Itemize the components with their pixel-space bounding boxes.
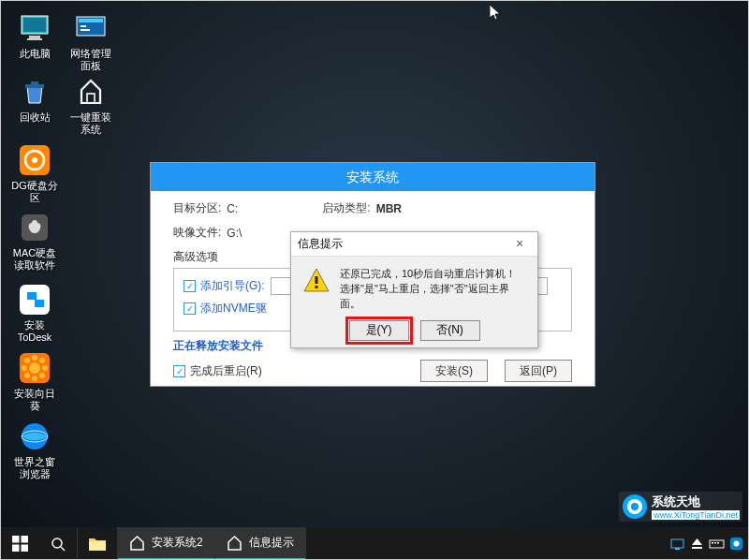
svg-point-36 bbox=[52, 538, 62, 548]
desktop-icon-sunflower[interactable]: 安装向日葵 bbox=[9, 351, 60, 412]
watermark: 系统天地 www.XiTongTianDi.net bbox=[619, 492, 742, 522]
taskbar-app-label: 安装系统2 bbox=[152, 535, 203, 551]
svg-rect-42 bbox=[710, 540, 724, 548]
svg-point-47 bbox=[734, 541, 740, 547]
svg-rect-38 bbox=[89, 541, 106, 551]
svg-rect-44 bbox=[714, 542, 716, 544]
image-file-label: 映像文件: bbox=[173, 225, 221, 241]
icon-label: 回收站 bbox=[9, 111, 60, 124]
svg-rect-43 bbox=[712, 542, 713, 544]
svg-rect-2 bbox=[29, 36, 40, 38]
svg-rect-8 bbox=[31, 81, 38, 85]
taskbar-app-dialog[interactable]: 信息提示 bbox=[215, 527, 306, 560]
boot-type-value: MBR bbox=[376, 202, 402, 215]
svg-rect-5 bbox=[79, 19, 103, 22]
system-tray bbox=[669, 527, 749, 560]
desktop-icon-dg[interactable]: DG硬盘分区 bbox=[9, 143, 60, 204]
svg-rect-33 bbox=[21, 536, 28, 543]
back-button[interactable]: 返回(P) bbox=[505, 360, 572, 382]
taskbar: 安装系统2 信息提示 bbox=[0, 527, 749, 560]
no-button[interactable]: 否(N) bbox=[420, 320, 480, 341]
desktop-icon-reinstall[interactable]: 一键重装系统 bbox=[66, 75, 116, 136]
svg-point-21 bbox=[24, 358, 30, 363]
svg-point-22 bbox=[39, 358, 45, 363]
checkbox-add-nvme[interactable] bbox=[184, 302, 196, 315]
svg-rect-45 bbox=[717, 542, 719, 544]
target-partition-value: C: bbox=[227, 202, 238, 215]
taskbar-search-icon[interactable] bbox=[39, 527, 78, 560]
yes-button[interactable]: 是(Y) bbox=[349, 320, 409, 341]
svg-rect-39 bbox=[671, 539, 683, 548]
opt-reboot-label: 完成后重启(R) bbox=[190, 363, 262, 379]
boot-type-label: 启动类型: bbox=[322, 200, 370, 216]
opt-add-boot-label: 添加引导(G): bbox=[200, 278, 265, 294]
svg-rect-35 bbox=[21, 545, 28, 553]
image-file-value: G:\ bbox=[227, 227, 242, 240]
taskbar-file-explorer[interactable] bbox=[78, 527, 118, 560]
close-icon[interactable]: × bbox=[508, 236, 531, 253]
warning-icon bbox=[302, 267, 330, 295]
install-button[interactable]: 安装(S) bbox=[420, 360, 488, 382]
icon-label: 一键重装系统 bbox=[66, 111, 116, 136]
svg-rect-3 bbox=[27, 38, 42, 40]
icon-label: 世界之窗浏览器 bbox=[9, 456, 60, 480]
checkbox-reboot-after[interactable] bbox=[173, 365, 185, 377]
desktop-icon-mac-disk[interactable]: MAC硬盘读取软件 bbox=[9, 211, 60, 272]
tray-keyboard-icon[interactable] bbox=[709, 536, 725, 552]
svg-rect-1 bbox=[23, 18, 46, 32]
svg-point-19 bbox=[22, 365, 27, 371]
desktop-icon-recycle-bin[interactable]: 回收站 bbox=[9, 75, 60, 124]
tray-icon[interactable] bbox=[669, 536, 685, 552]
svg-rect-41 bbox=[692, 547, 702, 549]
svg-point-17 bbox=[32, 355, 37, 361]
desktop-icon-todesk[interactable]: 安装ToDesk bbox=[9, 283, 60, 344]
tray-eject-icon[interactable] bbox=[689, 536, 705, 552]
dialog-line1: 还原已完成，10秒后自动重启计算机！ bbox=[340, 267, 526, 282]
svg-rect-28 bbox=[316, 286, 318, 288]
taskbar-app-label: 信息提示 bbox=[249, 535, 294, 551]
dialog-title: 信息提示 bbox=[298, 236, 343, 252]
svg-point-31 bbox=[631, 503, 639, 510]
icon-label: 安装向日葵 bbox=[9, 388, 60, 412]
svg-rect-40 bbox=[675, 548, 680, 550]
desktop-icon-browser[interactable]: 世界之窗浏览器 bbox=[9, 420, 60, 480]
icon-label: 此电脑 bbox=[9, 48, 60, 60]
icon-label: DG硬盘分区 bbox=[9, 180, 60, 204]
svg-point-16 bbox=[29, 362, 40, 374]
svg-rect-6 bbox=[81, 25, 86, 27]
svg-point-12 bbox=[32, 157, 37, 163]
dialog-line2: 选择"是"马上重启，选择"否"返回主界面。 bbox=[340, 282, 526, 312]
taskbar-app-install[interactable]: 安装系统2 bbox=[118, 527, 215, 560]
svg-point-24 bbox=[39, 373, 45, 378]
desktop-icon-network-panel[interactable]: 网络管理面板 bbox=[66, 11, 116, 72]
svg-point-18 bbox=[32, 376, 37, 381]
opt-add-nvme-label: 添加NVME驱 bbox=[200, 301, 267, 317]
svg-line-37 bbox=[61, 547, 65, 551]
svg-rect-9 bbox=[87, 94, 95, 103]
checkbox-add-boot[interactable] bbox=[184, 280, 196, 292]
svg-rect-27 bbox=[316, 276, 318, 284]
svg-rect-7 bbox=[81, 29, 90, 31]
icon-label: 网络管理面板 bbox=[66, 48, 116, 72]
tray-settings-icon[interactable] bbox=[728, 536, 744, 552]
desktop-icon-this-pc[interactable]: 此电脑 bbox=[9, 11, 60, 60]
start-button[interactable] bbox=[0, 527, 39, 560]
window-title: 安装系统 bbox=[151, 163, 595, 191]
svg-rect-32 bbox=[12, 536, 20, 543]
info-dialog: 信息提示 × 还原已完成，10秒后自动重启计算机！ 选择"是"马上重启，选择"否… bbox=[290, 231, 538, 348]
svg-rect-34 bbox=[12, 545, 20, 553]
svg-point-20 bbox=[42, 365, 48, 371]
icon-label: 安装ToDesk bbox=[9, 319, 60, 344]
icon-label: MAC硬盘读取软件 bbox=[9, 247, 60, 272]
target-partition-label: 目标分区: bbox=[173, 200, 221, 216]
svg-point-23 bbox=[24, 373, 30, 378]
